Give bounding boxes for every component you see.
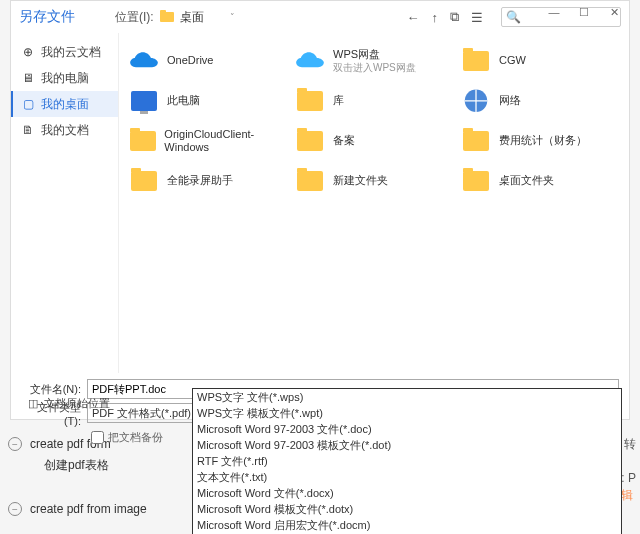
dropdown-option[interactable]: Microsoft Word 文件(*.docx) [193,485,621,501]
folder-icon [461,128,491,154]
dropdown-option[interactable]: Microsoft Word 启用宏文件(*.docm) [193,517,621,533]
sidebar-item-desktop[interactable]: ▢我的桌面 [11,91,118,117]
search-icon: 🔍 [506,10,521,24]
pc-icon: 🖥 [21,71,35,85]
maximize-button[interactable]: ☐ [569,1,599,23]
bg-item-2[interactable]: create pdf from image [30,502,147,516]
wps-cloud-icon [295,48,325,74]
folder-icon [461,48,491,74]
minimize-button[interactable]: — [539,1,569,23]
grid-item-label: 新建文件夹 [333,174,388,187]
file-grid: OneDriveWPS网盘双击进入WPS网盘CGW此电脑库网络OriginClo… [119,33,629,373]
sidebar-item-pc[interactable]: 🖥我的电脑 [11,65,118,91]
folder-icon [295,128,325,154]
network-icon [461,88,491,114]
doc-icon: 🗎 [21,123,35,137]
grid-item-label: 费用统计（财务） [499,134,587,147]
cloud-icon: ⊕ [21,45,35,59]
minus-icon: − [8,502,22,516]
grid-item[interactable]: 网络 [457,81,623,121]
view-button[interactable]: ☰ [471,10,483,25]
grid-item-label: 备案 [333,134,355,147]
dropdown-option[interactable]: Microsoft Word 97-2003 模板文件(*.dot) [193,437,621,453]
grid-item[interactable]: WPS网盘双击进入WPS网盘 [291,41,457,81]
grid-item-sublabel: 双击进入WPS网盘 [333,62,416,74]
grid-item[interactable]: CGW [457,41,623,81]
dropdown-option[interactable]: Microsoft Word 模板文件(*.dotx) [193,501,621,517]
grid-item-label: 此电脑 [167,94,200,107]
sidebar-item-docs[interactable]: 🗎我的文档 [11,117,118,143]
save-as-dialog: — ☐ ✕ 另存文件 位置(I): 桌面 ˅ ← ↑ ⧉ ☰ 🔍 ⊕我的云文档 … [10,0,630,420]
grid-item-label: CGW [499,54,526,67]
sidebar: ⊕我的云文档 🖥我的电脑 ▢我的桌面 🗎我的文档 [11,33,119,373]
grid-item[interactable]: 新建文件夹 [291,161,457,201]
dialog-title: 另存文件 [19,8,75,26]
grid-item-label: 全能录屏助手 [167,174,233,187]
nav-up-button[interactable]: ↑ [432,10,439,25]
desktop-icon: ▢ [21,97,35,111]
grid-item-label: OriginCloudClient-Windows [164,128,287,154]
grid-item[interactable]: OriginCloudClient-Windows [125,121,291,161]
location-value: 桌面 [180,9,204,26]
new-folder-button[interactable]: ⧉ [450,9,459,25]
chevron-down-icon: ˅ [230,12,235,22]
dropdown-option[interactable]: 文本文件(*.txt) [193,469,621,485]
grid-item[interactable]: 库 [291,81,457,121]
original-location-label[interactable]: 文档原始位置 [44,396,110,411]
sidebar-item-cloud[interactable]: ⊕我的云文档 [11,39,118,65]
grid-item[interactable]: 桌面文件夹 [457,161,623,201]
grid-item-label: 桌面文件夹 [499,174,554,187]
bg-item-1-sub: 创建pdf表格 [44,457,147,474]
folder-icon [129,168,159,194]
folder-icon [461,168,491,194]
backup-checkbox[interactable]: 把文档备份 [91,430,163,445]
dropdown-option[interactable]: RTF 文件(*.rtf) [193,453,621,469]
grid-item-label: 网络 [499,94,521,107]
grid-item-label: OneDrive [167,54,213,67]
dropdown-option[interactable]: Microsoft Word 97-2003 文件(*.doc) [193,421,621,437]
location-combo[interactable]: 桌面 ˅ [160,9,235,26]
folder-icon [295,168,325,194]
grid-item[interactable]: 费用统计（财务） [457,121,623,161]
filename-label: 文件名(N): [21,382,81,397]
original-location-icon: ◫ [28,397,38,410]
grid-item-label: WPS网盘双击进入WPS网盘 [333,48,416,73]
close-button[interactable]: ✕ [599,1,629,23]
dropdown-option[interactable]: WPS文字 模板文件(*.wpt) [193,405,621,421]
folder-icon [129,128,156,154]
backup-check-input[interactable] [91,431,104,444]
grid-item-label: 库 [333,94,344,107]
nav-back-button[interactable]: ← [407,10,420,25]
filetype-dropdown[interactable]: WPS文字 文件(*.wps)WPS文字 模板文件(*.wpt)Microsof… [192,388,622,534]
folder-icon [160,10,174,25]
dropdown-option[interactable]: WPS文字 文件(*.wps) [193,389,621,405]
onedrive-icon [129,48,159,74]
grid-item[interactable]: 备案 [291,121,457,161]
location-label: 位置(I): [115,9,154,26]
backup-label: 把文档备份 [108,430,163,445]
folder-icon [295,88,325,114]
grid-item[interactable]: OneDrive [125,41,291,81]
grid-item[interactable]: 全能录屏助手 [125,161,291,201]
pc-icon [129,88,159,114]
svg-rect-1 [160,10,166,14]
grid-item[interactable]: 此电脑 [125,81,291,121]
